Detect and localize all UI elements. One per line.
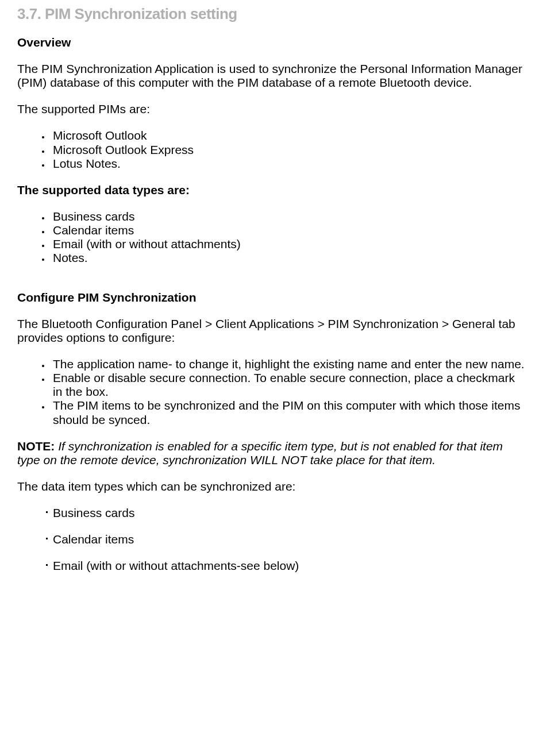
list-item: The PIM items to be synchronized and the… (51, 399, 526, 426)
overview-paragraph-2: The supported PIMs are: (17, 102, 526, 116)
list-item: Business cards (46, 506, 526, 520)
overview-heading: Overview (17, 36, 526, 49)
list-item: Email (with or without attachments-see b… (46, 559, 526, 573)
sync-types-list: Business cards Calendar items Email (wit… (17, 506, 526, 573)
supported-data-types-list: Business cards Calendar items Email (wit… (17, 210, 526, 265)
list-item: Business cards (51, 210, 526, 223)
list-item: Lotus Notes. (51, 157, 526, 171)
list-item: The application name- to change it, high… (51, 357, 526, 371)
section-title: 3.7. PIM Synchronization setting (17, 6, 526, 23)
list-item: Calendar items (51, 223, 526, 237)
configure-heading: Configure PIM Synchronization (17, 291, 526, 304)
list-item: Enable or disable secure connection. To … (51, 371, 526, 399)
overview-paragraph-1: The PIM Synchronization Application is u… (17, 62, 526, 90)
note-label: NOTE: (17, 439, 55, 453)
note-paragraph: NOTE: If synchronization is enabled for … (17, 439, 526, 467)
list-item: Microsoft Outlook (51, 129, 526, 142)
configure-paragraph: The Bluetooth Configuration Panel > Clie… (17, 317, 526, 345)
list-item: Calendar items (46, 533, 526, 546)
list-item: Microsoft Outlook Express (51, 143, 526, 157)
list-item: Email (with or without attachments) (51, 237, 526, 251)
configure-options-list: The application name- to change it, high… (17, 357, 526, 427)
note-text: If synchronization is enabled for a spec… (17, 439, 503, 466)
data-types-heading: The supported data types are: (17, 183, 526, 197)
list-item: Notes. (51, 251, 526, 265)
sync-types-intro: The data item types which can be synchro… (17, 480, 526, 493)
supported-pims-list: Microsoft Outlook Microsoft Outlook Expr… (17, 129, 526, 170)
